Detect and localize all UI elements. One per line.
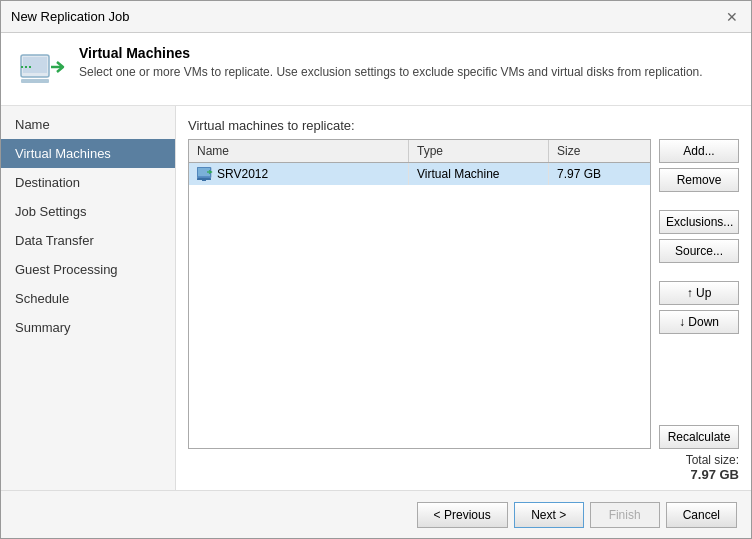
sidebar-item-schedule[interactable]: Schedule	[1, 284, 175, 313]
table-body: SRV2012 Virtual Machine 7.97 GB	[189, 163, 650, 448]
next-button[interactable]: Next >	[514, 502, 584, 528]
col-header-size: Size	[549, 140, 588, 162]
finish-button[interactable]: Finish	[590, 502, 660, 528]
dialog: New Replication Job ✕ Virtual Machines	[0, 0, 752, 539]
table-header: Name Type Size	[189, 140, 650, 163]
col-header-name: Name	[189, 140, 409, 162]
sidebar-item-name[interactable]: Name	[1, 110, 175, 139]
exclusions-button[interactable]: Exclusions...	[659, 210, 739, 234]
footer: < Previous Next > Finish Cancel	[1, 490, 751, 538]
row-type: Virtual Machine	[409, 163, 549, 185]
sidebar-item-guest-processing[interactable]: Guest Processing	[1, 255, 175, 284]
side-buttons: Add... Remove Exclusions... Source... ↑ …	[659, 139, 739, 449]
row-name: SRV2012	[189, 163, 409, 185]
remove-button[interactable]: Remove	[659, 168, 739, 192]
source-button[interactable]: Source...	[659, 239, 739, 263]
recalculate-button[interactable]: Recalculate	[659, 425, 739, 449]
row-size: 7.97 GB	[549, 163, 609, 185]
title-bar: New Replication Job ✕	[1, 1, 751, 33]
svg-rect-1	[23, 57, 47, 73]
row-name-text: SRV2012	[217, 167, 268, 181]
header-text: Virtual Machines Select one or more VMs …	[79, 45, 703, 79]
svg-rect-5	[197, 178, 211, 180]
vm-table: Name Type Size	[188, 139, 651, 449]
header-panel: Virtual Machines Select one or more VMs …	[1, 33, 751, 106]
down-arrow-icon: ↓	[679, 315, 685, 329]
down-button[interactable]: ↓ Down	[659, 310, 739, 334]
cancel-button[interactable]: Cancel	[666, 502, 737, 528]
total-size-area: Total size: 7.97 GB	[188, 453, 739, 482]
vm-row-icon	[197, 167, 213, 181]
up-button[interactable]: ↑ Up	[659, 281, 739, 305]
sidebar-item-job-settings[interactable]: Job Settings	[1, 197, 175, 226]
sidebar-item-virtual-machines[interactable]: Virtual Machines	[1, 139, 175, 168]
sidebar-item-destination[interactable]: Destination	[1, 168, 175, 197]
header-icon	[17, 45, 65, 93]
header-title: Virtual Machines	[79, 45, 703, 61]
table-and-buttons: Name Type Size	[188, 139, 739, 449]
add-button[interactable]: Add...	[659, 139, 739, 163]
dialog-title: New Replication Job	[11, 9, 130, 24]
sidebar: Name Virtual Machines Destination Job Se…	[1, 106, 176, 490]
sidebar-item-data-transfer[interactable]: Data Transfer	[1, 226, 175, 255]
total-label: Total size:	[686, 453, 739, 467]
vm-replication-icon	[17, 45, 65, 93]
close-button[interactable]: ✕	[723, 8, 741, 26]
svg-rect-2	[21, 79, 49, 83]
svg-rect-6	[202, 180, 206, 181]
content-area: Virtual Machines Select one or more VMs …	[1, 33, 751, 490]
total-value: 7.97 GB	[691, 467, 739, 482]
right-panel: Virtual machines to replicate: Name Type…	[176, 106, 751, 490]
table-row[interactable]: SRV2012 Virtual Machine 7.97 GB	[189, 163, 650, 185]
main-body: Name Virtual Machines Destination Job Se…	[1, 106, 751, 490]
previous-button[interactable]: < Previous	[417, 502, 508, 528]
header-description: Select one or more VMs to replicate. Use…	[79, 65, 703, 79]
section-title: Virtual machines to replicate:	[188, 118, 739, 133]
sidebar-item-summary[interactable]: Summary	[1, 313, 175, 342]
col-header-type: Type	[409, 140, 549, 162]
up-arrow-icon: ↑	[687, 286, 693, 300]
